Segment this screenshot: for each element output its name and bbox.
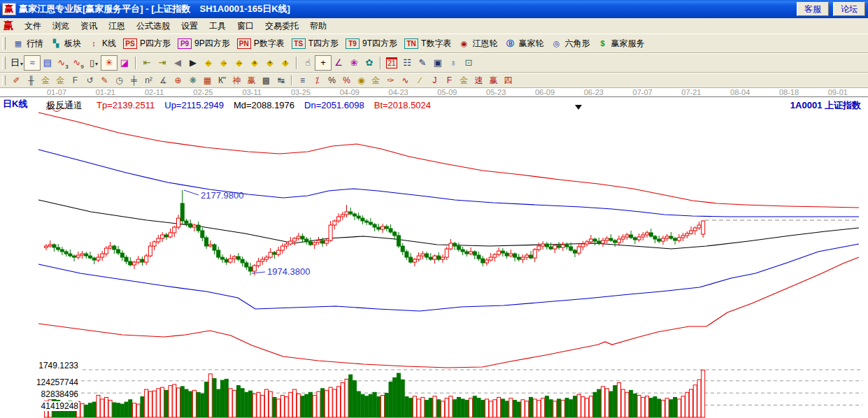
web-service-tool-button[interactable]: ♁ [446, 56, 461, 70]
gann-n2-button[interactable]: n² [141, 75, 156, 87]
minute-3-chart-button[interactable]: ∿3 [55, 56, 71, 70]
menu-item-0[interactable]: 文件 [19, 20, 47, 32]
menu-item-7[interactable]: 窗口 [232, 20, 259, 32]
toolbar-button-9p-square[interactable]: P99P四方形 [174, 35, 234, 52]
menu-item-2[interactable]: 资讯 [75, 20, 103, 32]
gann-compass-button[interactable]: ⊕ [171, 75, 185, 87]
save-tool-button[interactable]: ▣ [430, 56, 446, 70]
gann-su-angle-button[interactable]: 速 [471, 75, 486, 87]
angle-measure-tool-button[interactable]: ∠ [331, 56, 346, 70]
gann-star-wheel-button[interactable]: ❋ [185, 75, 200, 87]
kline-chart-canvas[interactable]: 2177.98001974.3800 [0, 96, 868, 418]
menu-item-3[interactable]: 江恩 [103, 20, 131, 32]
toolbar-button-9t-square[interactable]: T99T四方形 [342, 35, 401, 52]
pattern-overlay-button[interactable]: ✳ [101, 56, 117, 70]
calculator-tool-button[interactable]: ☷ [399, 56, 415, 70]
gann-percent-line-button[interactable]: % [339, 75, 354, 87]
toolbar-button-kline[interactable]: ↕K线 [85, 35, 120, 52]
menu-item-4[interactable]: 公式选股 [131, 20, 176, 32]
date-tick-label: 01-21 [96, 88, 115, 96]
gann-clock-circle-icon: ◷ [115, 75, 122, 85]
quotes-label: 行情 [27, 38, 43, 50]
nav-next-button[interactable]: ▶ [185, 56, 201, 70]
menu-item-8[interactable]: 交易委托 [259, 20, 304, 32]
gann-web-square-button[interactable]: ▦ [200, 75, 215, 87]
gann-price-list-button[interactable]: ≡ [295, 75, 310, 87]
gann-ruler-grid-button[interactable]: ╪ [127, 75, 141, 87]
period-day-selector-button[interactable]: 日▾ [9, 56, 24, 70]
gann-f-grid-button[interactable]: F [68, 75, 83, 87]
gann-percent-line-icon: % [343, 75, 350, 85]
toolbar-button-sectors[interactable]: ▚板块 [47, 35, 85, 52]
customer-service-button[interactable]: 客服 [797, 2, 829, 16]
zoom-diamond-left-button[interactable]: ◆← [201, 56, 216, 70]
toolbar-button-t-square[interactable]: TST四方形 [288, 35, 342, 52]
volume-profile-button[interactable]: ◪ [117, 56, 132, 70]
gann-gold-grid-button[interactable]: 金 [38, 75, 53, 87]
gann-dense-grid-button[interactable]: ▩ [259, 75, 273, 87]
gann-spiral-button[interactable]: ↺ [83, 75, 97, 87]
gann-angle-mirror-button[interactable]: ∡ [156, 75, 171, 87]
toolbar-button-hexagon[interactable]: ◎六角形 [547, 35, 593, 52]
gann-ying-grid-button[interactable]: 赢 [244, 75, 259, 87]
gann-gold-slant-button[interactable]: ∕ [413, 75, 427, 87]
notes-tool-button[interactable]: ✎ [415, 56, 430, 70]
zoom-diamond-h-button[interactable]: ◆↔ [232, 56, 247, 70]
date-tick-label: 05-09 [437, 88, 457, 96]
gann-dense-grid-icon: ▩ [262, 75, 270, 85]
nav-first-button[interactable]: ⇤ [139, 56, 155, 70]
minute-9-chart-button[interactable]: ∿9 [71, 56, 86, 70]
candle-style-selector-button[interactable]: ▯▾ [86, 56, 101, 70]
gann-wave-channel-button[interactable]: ∿ [398, 75, 413, 87]
chart-toolbar: 日▾≈▤∿3∿9▯▾✳◪⇤⇥◀▶◆←◆→◆↔◆×◆+◆↕☝+∠❀✿21☷✎▣♁⊡ [0, 53, 868, 73]
gann-percent-button[interactable]: % [325, 75, 339, 87]
toolbar-button-t-number-table[interactable]: TNT数字表 [401, 35, 455, 52]
gann-brush-button[interactable]: ✑ [383, 75, 398, 87]
gann-gold-grid-2-button[interactable]: 金 [53, 75, 68, 87]
zoom-diamond-right-button[interactable]: ◆→ [216, 56, 232, 70]
toolbar-button-winner-service[interactable]: $赢家服务 [593, 35, 648, 52]
crosshair-tool-button[interactable]: + [315, 56, 331, 70]
trend-curve-tool-button[interactable]: ≈ [24, 56, 40, 70]
dragon-tool-button[interactable]: ✿ [362, 56, 377, 70]
nav-prev-button[interactable]: ◀ [170, 56, 185, 70]
gann-k-quote-button[interactable]: К" [215, 75, 229, 87]
nav-last-button[interactable]: ⇥ [155, 56, 170, 70]
hand-pan-tool-button[interactable]: ☝ [300, 56, 315, 70]
gann-clock-circle-button[interactable]: ◷ [112, 75, 127, 87]
forum-button[interactable]: 论坛 [833, 2, 865, 16]
calendar-tool-button[interactable]: 21 [384, 56, 399, 70]
zoom-diamond-x-button[interactable]: ◆× [247, 56, 262, 70]
gann-marker-pen-button[interactable]: ✎ [97, 75, 112, 87]
toolbar-button-p-number-table[interactable]: PNP数字表 [234, 35, 288, 52]
gann-pen-icon: ✐ [13, 75, 20, 85]
gann-compass-icon: ⊕ [174, 75, 181, 85]
indicator-value-md: Md=2088.1976 [234, 100, 294, 110]
gann-j-angle-button[interactable]: J [427, 75, 442, 87]
toolbar-button-gann-wheel[interactable]: ◉江恩轮 [455, 35, 501, 52]
info-panel-button[interactable]: ▤ [40, 56, 55, 70]
gann-gold-angle-button[interactable]: 金 [457, 75, 471, 87]
gann-f-angle-button[interactable]: F [442, 75, 457, 87]
zoom-diamond-all-button[interactable]: ◆↕ [278, 56, 293, 70]
gann-ying-box-button[interactable]: 赢 [486, 75, 501, 87]
menu-item-5[interactable]: 设置 [176, 20, 204, 32]
gann-percent-slash-button[interactable]: ⁒ [310, 75, 325, 87]
gann-grid-button[interactable]: ╫ [24, 75, 38, 87]
gann-gold-circle-button[interactable]: ◉ [354, 75, 369, 87]
gann-pen-button[interactable]: ✐ [9, 75, 24, 87]
menu-item-9[interactable]: 帮助 [304, 20, 332, 32]
toolbar-button-p-square[interactable]: PSP四方形 [120, 35, 174, 52]
toolbar-button-winner-wheel[interactable]: Ⓑ赢家轮 [501, 35, 547, 52]
gann-gold-line-button[interactable]: 金 [369, 75, 383, 87]
gann-si-angle-button[interactable]: 四 [501, 75, 515, 87]
remote-pc-tool-button[interactable]: ⊡ [461, 56, 476, 70]
toolbar-button-quotes[interactable]: ▦行情 [9, 35, 47, 52]
indicator-name[interactable]: 极反通道 [46, 100, 83, 110]
menu-item-6[interactable]: 工具 [204, 20, 232, 32]
gann-span-arrows-button[interactable]: ↹ [273, 75, 288, 87]
zoom-diamond-plus-button[interactable]: ◆+ [262, 56, 278, 70]
menu-item-1[interactable]: 浏览 [47, 20, 75, 32]
gann-shen-grid-button[interactable]: 神 [229, 75, 244, 87]
flower-tool-button[interactable]: ❀ [346, 56, 362, 70]
